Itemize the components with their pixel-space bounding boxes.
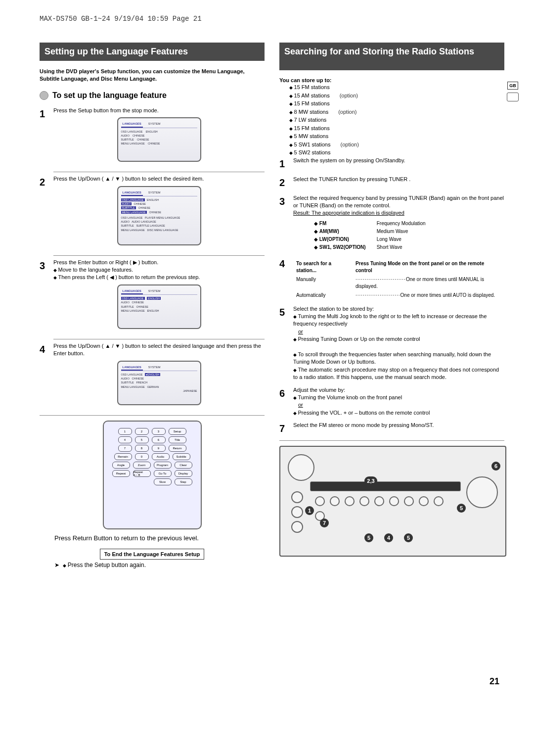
osd-val: GERMAN: [147, 385, 159, 388]
remote-key: 0: [135, 453, 149, 460]
display-icon: [310, 481, 461, 491]
osd-row: OSD LANGUAGE: [121, 216, 143, 219]
osd-tab: SYSTEM: [147, 121, 162, 127]
step-text: Select the required frequency band by pr…: [293, 194, 504, 210]
right-title: Searching for and Storing the Radio Stat…: [279, 43, 504, 70]
print-header: MAX-DS750 GB-1~24 9/19/04 10:59 Page 21: [40, 15, 504, 23]
step-sub: Turning the Multi Jog knob to the right …: [293, 313, 504, 328]
search-table: To search for a station...Press Tuning M…: [293, 259, 504, 300]
remote-key: Repeat: [112, 470, 130, 477]
step-4: 4 Press the Up/Down ( ▲ / ▼ ) button to …: [40, 342, 265, 410]
step-sub: The automatic search procedure may stop …: [293, 366, 504, 381]
remote-key: 8: [135, 445, 149, 452]
osd-val: ENGLISH: [146, 130, 158, 133]
osd-row: AUDIO: [121, 202, 132, 205]
osd-row: AUDIO: [121, 377, 130, 380]
step-text: Press the Enter button or Right ( ▶ ) bu…: [53, 259, 265, 266]
osd-tab: SYSTEM: [147, 288, 162, 294]
band-table: ◆ FMFrequency Modulation ◆ AM(MW)Medium …: [313, 219, 437, 252]
r-step-6: 6 Adjust the volume by: Turning the Volu…: [279, 386, 504, 417]
return-note: Press Return Button to return to the pre…: [54, 534, 265, 542]
osd-val: CHINESE: [149, 211, 161, 214]
osd-val: CHINESE: [136, 305, 148, 308]
remote-key: Subtitle: [173, 453, 190, 460]
osd-val: DISC MENU LANGUAGE: [147, 229, 178, 232]
stereo-diagram: 1 2,3 6 5 7 5 4 5: [279, 446, 506, 557]
osd-tab: SYSTEM: [147, 365, 162, 371]
callout-4: 4: [384, 533, 393, 542]
osd-row: AUDIO: [121, 220, 130, 223]
remote-key: Clear: [175, 462, 192, 469]
osd-screenshot-3: LANGUAGESSYSTEM OSD LANGUAGE ENGLISH AUD…: [117, 284, 201, 329]
osd-val: CHINESE: [138, 206, 150, 209]
button-icon: [291, 491, 303, 503]
step-sub: Turning the Volume knob on the front pan…: [293, 394, 504, 401]
or-label: or: [298, 328, 504, 335]
osd-val: ENGLISH: [147, 373, 159, 376]
osd-row: OSD LANGUAGE: [121, 130, 143, 133]
station-item: 5 SW2 stations: [289, 148, 504, 157]
remote-key: Slow: [154, 478, 172, 485]
osd-screenshot-4: LANGUAGESSYSTEM OSD LANGUAGE ▸ENGLISH AU…: [117, 361, 201, 405]
subheading-text: To set up the language feature: [52, 91, 167, 100]
step-number: 3: [40, 259, 48, 334]
remote-key: Remain: [114, 453, 132, 460]
remote-key: Repeat A↔B: [133, 470, 151, 477]
knob-icon: [288, 454, 314, 481]
station-item: 8 MW stations(option): [289, 108, 504, 116]
step-number: 2: [40, 175, 48, 250]
step-text: Press the Setup button from the stop mod…: [53, 107, 159, 113]
remote-key: Step: [175, 478, 192, 485]
subheading: To set up the language feature: [40, 91, 265, 100]
step-sub: To scroll through the frequencies faster…: [293, 351, 504, 366]
remote-key: Program: [154, 462, 172, 469]
remote-key: Audio: [152, 453, 170, 460]
station-item: 5 SW1 stations(option): [289, 141, 504, 149]
osd-tab: LANGUAGES: [121, 288, 143, 294]
store-header: You can store up to:: [279, 77, 504, 83]
callout-6: 6: [491, 462, 500, 471]
remote-key: Title: [169, 436, 186, 443]
step-text: Select the TUNER function by pressing TU…: [293, 176, 504, 189]
end-note: Press the Setup button again.: [54, 562, 265, 568]
remote-key: 1: [118, 428, 132, 435]
osd-val: PLAYER MENU LANGUAGE: [145, 216, 180, 219]
end-note-text: Press the Setup button again.: [63, 562, 146, 568]
osd-row: OSD LANGUAGE: [121, 297, 145, 300]
remote-key: 9: [152, 445, 166, 452]
button-icon: [291, 506, 303, 518]
radio-icon: [507, 93, 519, 101]
station-list: 15 FM stations 15 AM stations(option) 15…: [289, 83, 504, 157]
step-number: 1: [40, 107, 48, 167]
step-text: Result: The appropriate indication is di…: [293, 209, 504, 217]
osd-row: SUBTITLE: [121, 224, 134, 227]
step-text: Press the Up/Down ( ▲ / ▼ ) button to se…: [53, 343, 261, 356]
osd-row: MENU LANGUAGE: [121, 309, 145, 312]
r-step-2: 2Select the TUNER function by pressing T…: [279, 176, 504, 189]
bullet-icon: [40, 91, 48, 100]
station-item: 15 FM stations: [289, 124, 504, 133]
station-item: 15 FM stations: [289, 99, 504, 108]
osd-val: AUDIO LANGUAGE: [132, 220, 156, 223]
remote-key: 6: [152, 436, 166, 443]
osd-row: SUBTITLE: [121, 206, 136, 209]
callout-1: 1: [305, 506, 314, 515]
r-step-7: 7Select the FM stereo or mono mode by pr…: [279, 422, 504, 435]
end-box: To End the Language Features Setup: [100, 549, 205, 560]
remote-key: Zoom: [133, 462, 151, 469]
osd-row: AUDIO: [121, 301, 130, 304]
left-title: Setting up the Language Features: [40, 43, 265, 61]
remote-key: Return: [169, 445, 186, 452]
remote-key: 7: [118, 445, 132, 452]
or-label: or: [298, 401, 504, 409]
osd-row: OSD LANGUAGE: [121, 198, 145, 201]
step-text: Select the station to be stored by:: [293, 305, 504, 313]
remote-key: Angle: [112, 462, 130, 469]
callout-5b: 5: [364, 533, 373, 542]
osd-val: CHINESE: [134, 202, 146, 205]
station-item: 15 AM stations(option): [289, 92, 504, 100]
left-intro: Using the DVD player's Setup function, y…: [40, 68, 265, 83]
step-sub: Move to the language features.: [53, 266, 265, 274]
step-sub: Then press the Left ( ◀ ) button to retu…: [53, 274, 265, 281]
right-column: Searching for and Storing the Radio Stat…: [279, 43, 504, 568]
